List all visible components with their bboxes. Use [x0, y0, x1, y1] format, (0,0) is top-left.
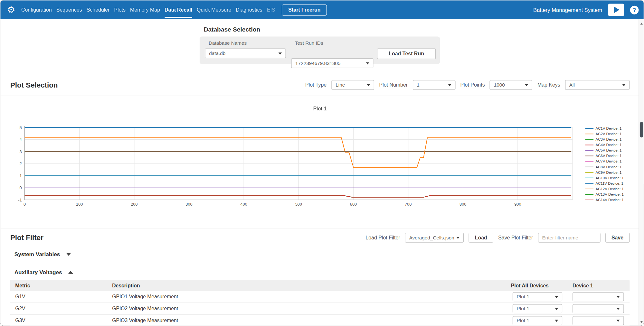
device-1-select[interactable] [573, 304, 624, 313]
auxiliary-voltages-section-toggle[interactable]: Auxiliary Voltages [14, 269, 73, 275]
line-chart-canvas[interactable]: 0100200300400500600700800900-1012345AC1V… [0, 118, 639, 212]
table-row: G1V GPIO1 Voltage Measurement Plot 1 [10, 291, 630, 303]
nav-diagnostics[interactable]: Diagnostics [236, 0, 262, 19]
chevron-down-icon [367, 84, 370, 86]
settings-gear-icon[interactable]: ⚙ [7, 0, 15, 19]
nav-configuration[interactable]: Configuration [21, 0, 52, 19]
svg-text:AC7V Device: 1: AC7V Device: 1 [595, 159, 621, 163]
nav-memory-map[interactable]: Memory Map [130, 0, 160, 19]
table-header-row: Metric Description Plot All Devices Devi… [10, 280, 630, 291]
nav-data-recall[interactable]: Data Recall [165, 0, 192, 19]
svg-text:AC12V Device: 1: AC12V Device: 1 [595, 187, 623, 191]
plot-points-label: Plot Points [460, 82, 485, 88]
plot-type-value: Line [336, 82, 345, 88]
plot-all-devices-select[interactable]: Plot 1 [513, 304, 562, 313]
chevron-up-icon [68, 271, 73, 274]
nav-eis[interactable]: EIS [267, 0, 275, 19]
svg-text:AC8V Device: 1: AC8V Device: 1 [595, 165, 621, 169]
load-plot-filter-select[interactable]: Averaged_Cells.json [405, 233, 464, 243]
plot-type-select[interactable]: Line [332, 80, 374, 90]
help-icon[interactable]: ? [630, 5, 639, 14]
svg-text:AC1V Device: 1: AC1V Device: 1 [595, 126, 621, 130]
plot-all-devices-select[interactable]: Plot 1 [513, 316, 562, 325]
header-plot-all-devices: Plot All Devices [506, 283, 567, 288]
plot-selection-controls: Plot Type Line Plot Number 1 Plot Points… [305, 80, 630, 90]
test-run-ids-select[interactable]: 1722394679.831305 [291, 58, 373, 68]
svg-text:AC5V Device: 1: AC5V Device: 1 [595, 148, 621, 152]
chevron-down-icon [366, 62, 369, 64]
svg-text:-1: -1 [18, 198, 22, 202]
description-cell: GPIO3 Voltage Measurement [107, 318, 506, 323]
svg-text:700: 700 [405, 202, 412, 207]
test-run-ids-label: Test Run IDs [295, 40, 323, 46]
database-selection-title: Database Selection [204, 26, 440, 33]
plot-all-devices-select[interactable]: Plot 1 [513, 292, 562, 301]
play-button[interactable] [608, 4, 624, 16]
device-1-select[interactable] [573, 292, 624, 301]
load-plot-filter-label: Load Plot Filter [365, 235, 400, 241]
plot-selection-title: Plot Selection [10, 81, 58, 89]
load-test-run-button[interactable]: Load Test Run [377, 49, 436, 59]
device-1-cell [568, 304, 630, 313]
database-names-select[interactable]: data.db [205, 49, 286, 59]
nav-sequences[interactable]: Sequences [56, 0, 82, 19]
device-1-select[interactable] [573, 316, 624, 325]
filter-name-input[interactable] [538, 233, 601, 243]
svg-text:AC2V Device: 1: AC2V Device: 1 [595, 132, 621, 136]
chevron-down-icon [617, 296, 620, 298]
scroll-up-icon[interactable] [640, 23, 643, 24]
app-window: ⚙ Configuration Sequences Scheduler Plot… [0, 0, 644, 326]
load-plot-filter-value: Averaged_Cells.json [409, 235, 454, 241]
main-content: Database Selection Database Names Test R… [0, 19, 639, 326]
svg-text:AC13V Device: 1: AC13V Device: 1 [595, 192, 623, 196]
chart-title: Plot 1 [0, 106, 639, 112]
chevron-down-icon [525, 84, 528, 86]
svg-text:500: 500 [295, 202, 302, 207]
svg-text:900: 900 [514, 202, 521, 207]
svg-text:AC6V Device: 1: AC6V Device: 1 [595, 154, 621, 158]
load-button[interactable]: Load [469, 233, 493, 243]
table-row: G3V GPIO3 Voltage Measurement Plot 1 [10, 315, 630, 326]
save-button[interactable]: Save [605, 233, 630, 243]
plot-all-devices-value: Plot 1 [517, 306, 529, 312]
database-selection-section: Database Selection Database Names Test R… [200, 26, 440, 64]
nav-quick-measure[interactable]: Quick Measure [197, 0, 231, 19]
nav-plots[interactable]: Plots [114, 0, 126, 19]
plot-selection-header: Plot Selection Plot Type Line Plot Numbe… [10, 79, 630, 91]
start-freerun-button[interactable]: Start Freerun [282, 4, 327, 15]
plot-filter-controls: Load Plot Filter Averaged_Cells.json Loa… [365, 233, 630, 243]
plot-type-label: Plot Type [305, 82, 327, 88]
vertical-scrollbar[interactable] [639, 19, 643, 326]
svg-text:AC11V Device: 1: AC11V Device: 1 [595, 182, 623, 185]
scroll-down-icon[interactable] [640, 321, 643, 323]
plot-number-select[interactable]: 1 [412, 80, 455, 90]
svg-text:300: 300 [185, 202, 192, 207]
chevron-down-icon [617, 308, 620, 310]
chevron-down-icon [279, 52, 282, 54]
description-cell: GPIO2 Voltage Measurement [107, 306, 506, 312]
device-1-cell [568, 316, 630, 325]
database-selection-panel: Database Names Test Run IDs data.db 1722… [200, 37, 440, 64]
scrollbar-thumb[interactable] [640, 122, 643, 137]
system-variables-section-toggle[interactable]: System Variables [14, 251, 71, 257]
database-names-label: Database Names [209, 40, 247, 46]
plot-points-select[interactable]: 1000 [490, 80, 533, 90]
test-run-ids-value: 1722394679.831305 [295, 60, 340, 66]
plot-points-value: 1000 [494, 82, 505, 88]
header-description: Description [107, 283, 506, 288]
header-metric: Metric [10, 283, 107, 288]
svg-text:100: 100 [76, 202, 83, 207]
chevron-down-icon [622, 84, 625, 86]
chevron-down-icon [555, 308, 558, 310]
nav-scheduler[interactable]: Scheduler [87, 0, 110, 19]
svg-text:4: 4 [20, 137, 22, 142]
map-keys-select[interactable]: All [565, 80, 630, 90]
plot-all-devices-cell: Plot 1 [506, 316, 567, 325]
map-keys-label: Map Keys [537, 82, 560, 88]
plot-all-devices-value: Plot 1 [517, 294, 529, 300]
system-variables-title: System Variables [14, 251, 60, 257]
top-navbar: ⚙ Configuration Sequences Scheduler Plot… [0, 0, 644, 19]
map-keys-value: All [569, 82, 575, 88]
chevron-down-icon [555, 320, 558, 322]
svg-text:AC4V Device: 1: AC4V Device: 1 [595, 143, 621, 147]
